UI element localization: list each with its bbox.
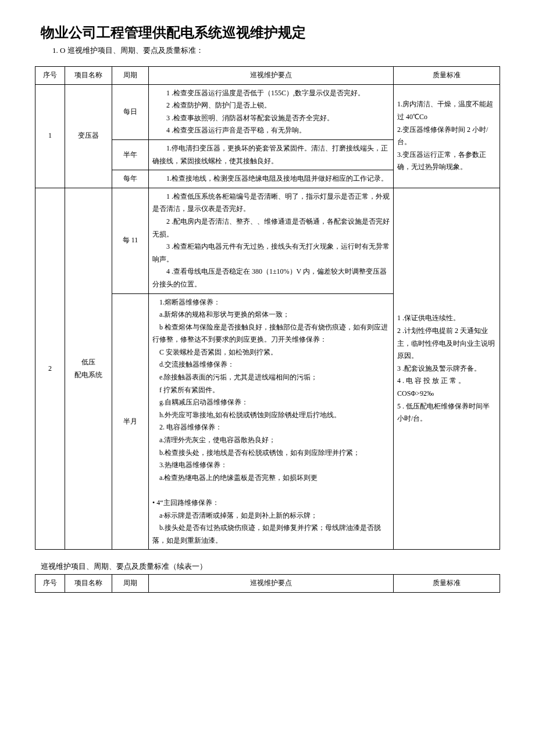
point-line: a.检查热继电器上的绝缘盖板是否完整，如损坏则更 [152, 472, 390, 485]
point-line: 1 .检查变压器运行温度是否低于（155C）,数字显示仪是否完好。 [152, 87, 390, 100]
points-cell: 1.检查接地线，检测变压器绝缘电阻及接地电阻并做好相应的工作记录。 [149, 170, 394, 188]
points-cell: 1 .检查变压器运行温度是否低于（155C）,数字显示仪是否完好。 2 .检查防… [149, 84, 394, 139]
point-line: a·标示牌是否清晰或掉落，如是则补上新的标示牌； [152, 510, 390, 522]
point-line: 1.熔断器维修保养： [152, 296, 390, 309]
std-line: 2 .计划性停电提前 2 天通知业主，临时性停电及时向业主说明原因。 [397, 327, 495, 360]
seq-cell: 1 [35, 84, 65, 188]
col-name: 项目名称 [65, 575, 112, 593]
point-line: • 4“主回路维修保养： [152, 499, 219, 507]
col-name: 项目名称 [65, 67, 112, 85]
period-cell: 每 11 [112, 188, 149, 293]
col-points: 巡视维护要点 [149, 575, 394, 593]
col-period: 周期 [112, 575, 149, 593]
name-line: 配电系统 [74, 371, 102, 379]
point-line: 1.检查接地线，检测变压器绝缘电阻及接地电阻并做好相应的工作记录。 [152, 173, 390, 185]
seq-cell: 2 [35, 188, 65, 550]
page-title: 物业公司工程管理供配电系统巡视维护规定 [35, 23, 500, 42]
point-line: 4 .检查变压器运行声音是否平稳，有无异响。 [152, 124, 390, 137]
point-line: 3 .检查柜箱内电器元件有无过热，接线头有无打火现象，运行时有无异常响声。 [152, 241, 390, 266]
continuation-table: 序号 项目名称 周期 巡视维护要点 质量标准 [35, 574, 500, 593]
col-std: 质量标准 [394, 575, 500, 593]
std-line: 4 . 电 容 投 放 正 常 。COSΦ>92‰ [397, 377, 465, 397]
std-line: 1 .保证供电连续性。 [397, 314, 460, 322]
name-cell: 低压 配电系统 [65, 188, 112, 550]
std-line: 3 .配套设施及警示牌齐备。 [397, 364, 481, 372]
std-cell: 1 .保证供电连续性。 2 .计划性停电提前 2 天通知业主，临时性停电及时向业… [394, 188, 500, 550]
name-cell: 变压器 [65, 84, 112, 188]
std-line: 2.变压器维修保养时间 2 小时/台。 [397, 126, 488, 146]
point-line: d.交流接触器维修保养： [152, 359, 390, 371]
point-line: b 检查熔体与保险座是否接触良好，接触部位是否有烧伤痕迹，如有则应进行修整，修整… [152, 321, 390, 346]
point-line: 2. 电容器维修保养： [152, 421, 390, 434]
main-table: 序号 项目名称 周期 巡视维护要点 质量标准 1 变压器 每日 1 .检查变压器… [35, 66, 500, 550]
col-seq: 序号 [35, 67, 65, 85]
point-line: 4 .查看母线电压是否稳定在 380（1±10%）V 内，偏差较大时调整变压器分… [152, 266, 390, 291]
point-line: 2 .检查防护网、防护门是否上锁。 [152, 99, 390, 112]
point-line: 3 .检查事故照明、消防器材等配套设施是否齐全完好。 [152, 112, 390, 125]
point-line: h.外壳应可靠接地,如有松脱或锈蚀则应除锈处理后拧地线。 [152, 409, 390, 422]
table-row: 2 低压 配电系统 每 11 1 .检查低压系统各柜箱编号是否清晰、明了，指示灯… [35, 188, 500, 293]
point-line: 1 .检查低压系统各柜箱编号是否清晰、明了，指示灯显示是否正常，外观是否清洁，显… [152, 191, 390, 216]
point-line: 2 .配电房内是否清洁、整齐、、维修通道是否畅通，各配套设施是否完好无损。 [152, 216, 390, 241]
std-line: 3.变压器运行正常，各参数正确，无过热异响现象。 [397, 151, 486, 171]
point-line: f 拧紧所有紧固件。 [152, 384, 390, 397]
period-cell: 每年 [112, 170, 149, 188]
point-line: b.检查接头处，接地线是否有松脱或锈蚀，如有则应除理并拧紧； [152, 447, 390, 460]
col-std: 质量标准 [394, 67, 500, 85]
col-seq: 序号 [35, 575, 65, 593]
col-points: 巡视维护要点 [149, 67, 394, 85]
point-line: b.接头处是否有过热或烧伤痕迹，如是则修复并拧紧；母线牌油漆是否脱落，如是则重新… [152, 522, 390, 547]
points-cell: 1 .检查低压系统各柜箱编号是否清晰、明了，指示灯显示是否正常，外观是否清洁，显… [149, 188, 394, 293]
std-line: 5 . 低压配电柜维修保养时间半小时/台。 [397, 402, 490, 423]
intro-line: 1. O 巡视维护项目、周期、要点及质量标准： [35, 45, 500, 56]
table-header-row: 序号 项目名称 周期 巡视维护要点 质量标准 [35, 67, 500, 85]
points-cell: 1.停电清扫变压器，更换坏的瓷套管及紧固件。清洁、打磨接线端头，正确接线，紧固接… [149, 139, 394, 170]
points-cell: 1.熔断器维修保养： a.新熔体的规格和形状与更换的熔体一致； b 检查熔体与保… [149, 293, 394, 550]
point-line: e.除接触器表面的污垢，尤其是进线端相间的污垢； [152, 371, 390, 384]
period-cell: 半年 [112, 139, 149, 170]
name-line: 低压 [81, 358, 95, 366]
point-line: g.自耦减压启动器维修保养： [152, 396, 390, 409]
table-row: 1 变压器 每日 1 .检查变压器运行温度是否低于（155C）,数字显示仪是否完… [35, 84, 500, 139]
point-line: a.清理外壳灰尘，使电容器散热良好； [152, 434, 390, 447]
point-line: C 安装螺栓是否紧固，如松弛则拧紧。 [152, 346, 390, 359]
period-cell: 每日 [112, 84, 149, 139]
col-period: 周期 [112, 67, 149, 85]
std-cell: 1.房内清洁、干燥，温度不能超过 40℃Co 2.变压器维修保养时间 2 小时/… [394, 84, 500, 188]
point-line: 1.停电清扫变压器，更换坏的瓷套管及紧固件。清洁、打磨接线端头，正确接线，紧固接… [152, 142, 390, 167]
table-header-row: 序号 项目名称 周期 巡视维护要点 质量标准 [35, 575, 500, 593]
period-cell: 半月 [112, 293, 149, 550]
point-line: a.新熔体的规格和形状与更换的熔体一致； [152, 309, 390, 321]
std-line: 1.房内清洁、干燥，温度不能超过 40℃Co [397, 100, 493, 121]
point-line: 3.热继电器维修保养： [152, 459, 390, 472]
subtitle: 巡视维护项目、周期、要点及质量标准（续表一） [35, 561, 500, 572]
